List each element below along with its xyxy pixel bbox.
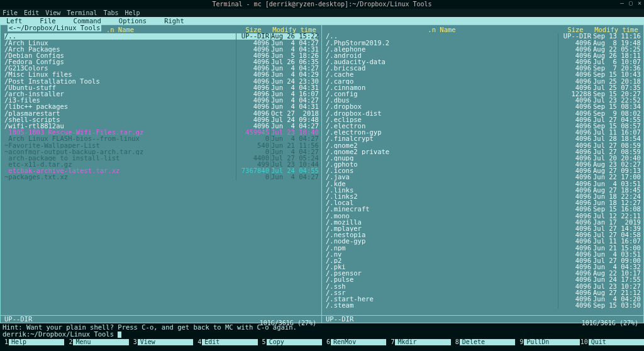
file-name: /Fedora Configs <box>4 58 236 65</box>
file-name: /Arch Packages <box>4 46 236 53</box>
fkey-label: Copy <box>267 339 322 345</box>
menu-help[interactable]: Help <box>125 10 140 16</box>
file-name: /.local <box>326 199 558 206</box>
fkey-delete[interactable]: 8Delete <box>451 338 515 347</box>
file-name: /.nestopia <box>326 231 558 238</box>
left-status: UP--DIR <box>4 316 32 323</box>
menu-terminal[interactable]: Terminal <box>67 10 97 16</box>
prompt-text: derrik:~/Dropbox/Linux Tools <box>3 330 118 338</box>
file-name: /G213Colors <box>4 65 236 72</box>
close-icon[interactable]: ✕ <box>638 0 641 6</box>
window-titlebar: Terminal - mc [derrik@ryzen-desktop]:~/D… <box>0 0 644 9</box>
file-name: /.dbus <box>326 97 558 104</box>
file-name: etc-x11-d.tar.gz <box>4 161 236 168</box>
cursor-icon <box>118 332 121 338</box>
fkey-mkdir[interactable]: 7Mkdir <box>386 338 450 347</box>
mc-menu-left[interactable]: Left <box>6 18 22 25</box>
file-name: /.kde <box>326 181 558 187</box>
right-rows[interactable]: /..UP--DIRSep 13 11:16/.PhpStorm2019.240… <box>322 33 643 316</box>
file-name: /Ubuntu-stuff <box>4 84 236 91</box>
table-row[interactable]: /.steam4096Sep 15 03:50 <box>326 302 640 308</box>
file-mtime: Sep 15 03:50 <box>593 302 640 309</box>
left-panel-path[interactable]: <-~/Dropbox/Linux Tools <box>8 25 101 31</box>
left-panel[interactable]: .n Name Size Modify time /..UP--DIRAug 2… <box>0 25 322 323</box>
file-name: /.nv <box>326 251 558 258</box>
file-name: /.dropbox <box>326 103 558 110</box>
file-name: /.eclipse <box>326 116 558 123</box>
file-name: /.node-gyp <box>326 238 558 245</box>
file-name: /.pulse <box>326 276 558 283</box>
fkey-number: 6 <box>322 339 331 345</box>
file-name: ~Favorite-Wallpaper-List <box>4 142 236 149</box>
fkey-number: 10 <box>580 339 589 345</box>
file-name: /.cargo <box>326 78 558 85</box>
file-name: /Misc Linux files <box>4 71 236 78</box>
mc-menu-options[interactable]: Options <box>119 18 147 25</box>
fkey-label: PullDn <box>524 339 579 345</box>
shell-prompt[interactable]: derrik:~/Dropbox/Linux Tools <box>0 331 644 338</box>
fkey-number: 9 <box>515 339 524 345</box>
table-row[interactable]: ~packages.txt.xz0Jun 4 04:27 <box>4 174 318 181</box>
file-name: /.electron-gyp <box>326 129 558 136</box>
fkey-view[interactable]: 3View <box>129 338 193 347</box>
menu-file[interactable]: File <box>3 10 18 16</box>
fkey-label: Delete <box>460 339 515 345</box>
file-name: /.start-here <box>326 296 558 303</box>
menu-edit[interactable]: Edit <box>24 10 39 16</box>
maximize-icon[interactable]: ▢ <box>629 0 633 6</box>
file-name: Arch_Linux_FLASH-bios--from-linux <box>4 135 236 142</box>
menu-view[interactable]: View <box>45 10 60 16</box>
file-name: /Post Installation Tools <box>4 78 236 85</box>
col-size-header[interactable]: Size <box>236 26 271 33</box>
fkey-help[interactable]: 1Help <box>0 338 64 347</box>
fkey-pulldn[interactable]: 9PullDn <box>515 338 579 347</box>
file-name: /.ssr <box>326 289 558 296</box>
function-keys[interactable]: 1Help2Menu3View4Edit5Copy6RenMov7Mkdir8D… <box>0 338 644 347</box>
file-name: /.PhpStorm2019.2 <box>326 40 558 47</box>
file-name: /shell-scripts <box>4 116 236 123</box>
fkey-label: Menu <box>73 339 128 345</box>
menu-tabs[interactable]: Tabs <box>103 10 118 16</box>
file-name: 1805-1803_Rescue-Wifi-Files.tar.gz <box>4 129 236 136</box>
fkey-label: RenMov <box>331 339 386 345</box>
file-name: /Arch Linux <box>4 40 236 47</box>
fkey-number: 5 <box>258 339 267 345</box>
file-size: 4096 <box>558 302 593 309</box>
file-name: /.electron <box>326 123 558 130</box>
left-rows[interactable]: /..UP--DIRAug 26 15:22/Arch Linux4096Jun… <box>1 33 321 316</box>
right-header: .n Name Size Modify time <box>322 26 643 33</box>
file-name: /.minecraft <box>326 206 558 213</box>
file-name: /.finalcrypt <box>326 135 558 142</box>
col-name-header[interactable]: .n Name <box>326 26 558 33</box>
fkey-edit[interactable]: 4Edit <box>193 338 257 347</box>
file-name: /wifi-rtl8812au <box>4 123 236 130</box>
file-name: ~packages.txt.xz <box>4 174 236 181</box>
file-name: /arch-installer <box>4 91 236 98</box>
fkey-renmov[interactable]: 6RenMov <box>322 338 386 347</box>
col-mtime-header[interactable]: Modify time <box>271 26 318 33</box>
file-name: /.java <box>326 174 558 181</box>
terminal-menubar[interactable]: FileEditViewTerminalTabsHelp <box>0 9 644 17</box>
mc-container: LeftFileCommandOptionsRight <-~/Dropbox/… <box>0 17 644 323</box>
mc-menu-command[interactable]: Command <box>74 18 101 25</box>
mc-menu-right[interactable]: Right <box>164 18 184 25</box>
window-title: Terminal - mc [derrik@ryzen-desktop]:~/D… <box>212 1 431 8</box>
file-name: /.config <box>326 91 558 98</box>
right-status: UP--DIR <box>326 316 353 323</box>
fkey-menu[interactable]: 2Menu <box>64 338 128 347</box>
fkey-quit[interactable]: 10Quit <box>580 338 644 347</box>
fkey-number: 2 <box>64 339 73 345</box>
file-name: /.android <box>326 52 558 59</box>
file-name: /.p2 <box>326 257 558 264</box>
right-panel[interactable]: .n Name Size Modify time /..UP--DIRSep 1… <box>322 25 644 323</box>
fkey-number: 1 <box>0 339 9 345</box>
fkey-label: Mkdir <box>395 339 450 345</box>
mc-menu-file[interactable]: File <box>40 18 55 25</box>
col-mtime-header[interactable]: Modify time <box>593 26 640 33</box>
file-name: /.cache <box>326 71 558 78</box>
file-name: /.icons <box>326 167 558 174</box>
file-name: /.steam <box>326 302 558 309</box>
fkey-copy[interactable]: 5Copy <box>258 338 322 347</box>
col-size-header[interactable]: Size <box>558 26 593 33</box>
minimize-icon[interactable]: — <box>620 0 624 6</box>
